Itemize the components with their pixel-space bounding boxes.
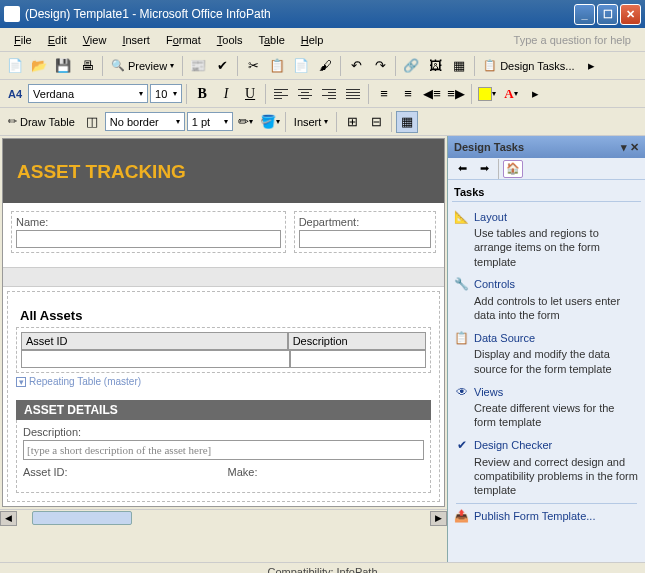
bullets-button[interactable]: ≡: [373, 83, 395, 105]
assets-table[interactable]: Asset ID Description: [16, 327, 431, 373]
bold-button[interactable]: B: [191, 83, 213, 105]
desc-input[interactable]: [type a short description of the asset h…: [23, 440, 424, 460]
align-right-button[interactable]: [318, 83, 340, 105]
border-color-button[interactable]: ✏▾: [235, 111, 257, 133]
menu-format[interactable]: Format: [158, 32, 209, 48]
paste-icon[interactable]: 📄: [290, 55, 312, 77]
cell-asset-id[interactable]: [21, 350, 290, 368]
name-field-group[interactable]: Name:: [11, 211, 286, 253]
save-icon[interactable]: 💾: [52, 55, 74, 77]
align-justify-button[interactable]: [342, 83, 364, 105]
task-data-source-desc: Display and modify the data source for t…: [454, 346, 639, 376]
insert-button[interactable]: Insert▾: [290, 114, 333, 130]
task-data-source[interactable]: 📋Data Source: [454, 330, 639, 346]
controls-icon: 🔧: [454, 277, 469, 292]
new-icon[interactable]: 📄: [4, 55, 26, 77]
fill-color-button[interactable]: 🪣▾: [259, 111, 281, 133]
maximize-button[interactable]: ☐: [597, 4, 618, 25]
menu-file[interactable]: File: [6, 32, 40, 48]
nav-back-icon[interactable]: ⬅: [452, 160, 472, 178]
font-size-select[interactable]: 10▾: [150, 84, 182, 103]
minimize-button[interactable]: _: [574, 4, 595, 25]
app-icon: [4, 6, 20, 22]
nav-home-icon[interactable]: 🏠: [503, 160, 523, 178]
task-controls[interactable]: 🔧Controls: [454, 277, 639, 293]
task-pane-close-icon[interactable]: ✕: [630, 141, 639, 154]
publish-icon: 📤: [454, 509, 469, 524]
insert-picture-icon[interactable]: 🖼: [424, 55, 446, 77]
standard-toolbar: 📄 📂 💾 🖶 🔍Preview▾ 📰 ✔ ✂ 📋 📄 🖌 ↶ ↷ 🔗 🖼 ▦ …: [0, 52, 645, 80]
preview-button[interactable]: 🔍Preview▾: [107, 57, 178, 74]
data-source-icon: 📋: [454, 330, 469, 345]
underline-button[interactable]: U: [239, 83, 261, 105]
scroll-left-button[interactable]: ◀: [0, 511, 17, 526]
merge-cells-icon[interactable]: ⊞: [341, 111, 363, 133]
task-pane-menu-icon[interactable]: ▾: [621, 141, 627, 154]
border-width-select[interactable]: 1 pt▾: [187, 112, 233, 131]
task-layout-desc: Use tables and regions to arrange items …: [454, 225, 639, 269]
cell-description[interactable]: [290, 350, 426, 368]
desc-label: Description:: [23, 426, 424, 438]
design-canvas[interactable]: ASSET TRACKING Name: Department: All Ass…: [0, 136, 447, 562]
menu-view[interactable]: View: [75, 32, 115, 48]
name-label: Name:: [16, 216, 281, 228]
col-description: Description: [288, 332, 426, 350]
cut-icon[interactable]: ✂: [242, 55, 264, 77]
task-list: 📐Layout Use tables and regions to arrang…: [448, 203, 645, 562]
increase-indent-button[interactable]: ≡▶: [445, 83, 467, 105]
italic-button[interactable]: I: [215, 83, 237, 105]
toolbar-overflow-icon[interactable]: ▸: [581, 55, 603, 77]
menu-table[interactable]: Table: [250, 32, 292, 48]
menu-edit[interactable]: Edit: [40, 32, 75, 48]
copy-icon[interactable]: 📋: [266, 55, 288, 77]
task-pane: Design Tasks ▾ ✕ ⬅ ➡ 🏠 Tasks 📐Layout Use…: [447, 136, 645, 562]
task-publish[interactable]: 📤Publish Form Template...: [454, 509, 639, 525]
draw-table-button[interactable]: ✏Draw Table: [4, 113, 79, 130]
detail-asset-id-label: Asset ID:: [23, 466, 220, 478]
insert-hyperlink-icon[interactable]: 🔗: [400, 55, 422, 77]
numbering-button[interactable]: ≡: [397, 83, 419, 105]
undo-icon[interactable]: ↶: [345, 55, 367, 77]
redo-icon[interactable]: ↷: [369, 55, 391, 77]
task-controls-desc: Add controls to let users enter data int…: [454, 293, 639, 323]
all-assets-title: All Assets: [16, 304, 431, 327]
help-search-box[interactable]: Type a question for help: [514, 34, 639, 46]
decrease-indent-button[interactable]: ◀≡: [421, 83, 443, 105]
open-icon[interactable]: 📂: [28, 55, 50, 77]
print-preview-icon[interactable]: 📰: [187, 55, 209, 77]
spellcheck-icon[interactable]: ✔: [211, 55, 233, 77]
menu-insert[interactable]: Insert: [114, 32, 158, 48]
toolbar2-overflow-icon[interactable]: ▸: [524, 83, 546, 105]
menu-tools[interactable]: Tools: [209, 32, 251, 48]
menu-help[interactable]: Help: [293, 32, 332, 48]
nav-forward-icon[interactable]: ➡: [474, 160, 494, 178]
format-painter-icon[interactable]: 🖌: [314, 55, 336, 77]
task-views[interactable]: 👁Views: [454, 384, 639, 400]
insert-table-icon[interactable]: ▦: [448, 55, 470, 77]
task-pane-title: Design Tasks: [454, 141, 524, 153]
table-grid-icon[interactable]: ▦: [396, 111, 418, 133]
department-field-group[interactable]: Department:: [294, 211, 436, 253]
align-left-button[interactable]: [270, 83, 292, 105]
close-button[interactable]: ✕: [620, 4, 641, 25]
split-cells-icon[interactable]: ⊟: [365, 111, 387, 133]
font-indicator[interactable]: A4: [4, 86, 26, 102]
border-style-select[interactable]: No border▾: [105, 112, 185, 131]
department-input[interactable]: [299, 230, 431, 248]
design-tasks-button[interactable]: 📋Design Tasks...: [479, 57, 578, 74]
repeating-table-hint[interactable]: ▾Repeating Table (master): [16, 373, 431, 390]
task-layout[interactable]: 📐Layout: [454, 209, 639, 225]
print-icon[interactable]: 🖶: [76, 55, 98, 77]
scroll-right-button[interactable]: ▶: [430, 511, 447, 526]
font-color-button[interactable]: A▾: [500, 83, 522, 105]
task-pane-header: Design Tasks ▾ ✕: [448, 136, 645, 158]
align-center-button[interactable]: [294, 83, 316, 105]
horizontal-scrollbar[interactable]: ◀ ▶: [0, 509, 447, 526]
name-input[interactable]: [16, 230, 281, 248]
asset-details-section[interactable]: ASSET DETAILS Description: [type a short…: [16, 400, 431, 493]
font-name-select[interactable]: Verdana▾: [28, 84, 148, 103]
highlight-button[interactable]: ▾: [476, 83, 498, 105]
scroll-thumb[interactable]: [32, 511, 132, 525]
eraser-icon[interactable]: ◫: [81, 111, 103, 133]
task-design-checker[interactable]: ✔Design Checker: [454, 438, 639, 454]
